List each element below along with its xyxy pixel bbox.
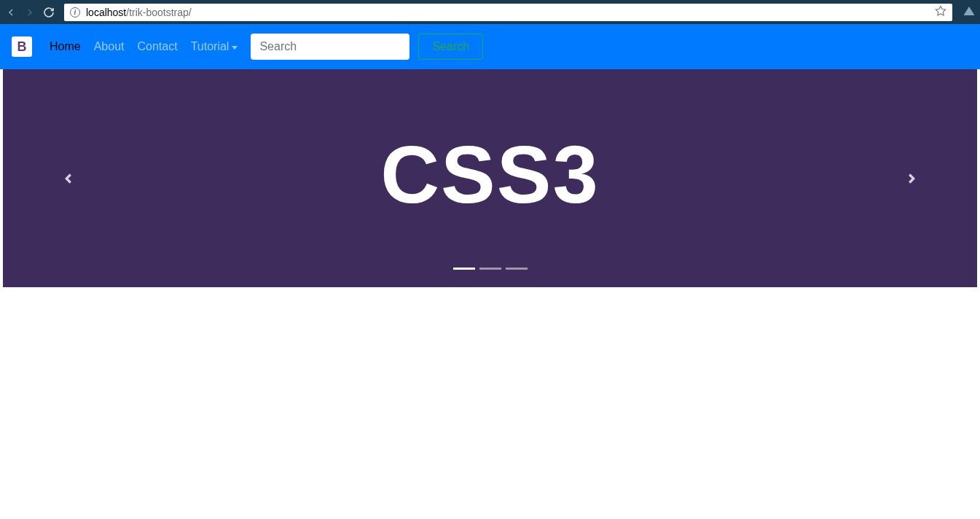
svg-marker-0 — [936, 6, 945, 15]
search-form: Search — [251, 34, 483, 60]
brand-logo[interactable]: B — [12, 36, 32, 57]
nav-tutorial-label: Tutorial — [191, 40, 230, 53]
nav-tutorial-dropdown[interactable]: Tutorial — [191, 40, 238, 53]
nav-about[interactable]: About — [94, 40, 125, 53]
browser-forward-button[interactable] — [23, 6, 36, 19]
carousel-next-button[interactable] — [897, 164, 926, 193]
bookmark-star-icon[interactable] — [935, 5, 946, 20]
svg-marker-1 — [964, 7, 975, 15]
browser-toolbar: i localhost/trik-bootstrap/ — [0, 0, 980, 24]
url-path: /trik-bootstrap/ — [126, 7, 191, 18]
nav-contact[interactable]: Contact — [138, 40, 178, 53]
carousel-indicator-1[interactable] — [453, 268, 475, 270]
navbar: B Home About Contact Tutorial Search — [0, 24, 980, 69]
carousel-slide-text: CSS3 — [380, 134, 600, 216]
carousel-indicator-3[interactable] — [506, 268, 528, 270]
search-input[interactable] — [251, 34, 409, 60]
site-info-icon[interactable]: i — [70, 7, 80, 17]
browser-reload-button[interactable] — [42, 6, 55, 19]
carousel-indicator-2[interactable] — [479, 268, 501, 270]
search-button[interactable]: Search — [418, 34, 483, 60]
url-host: localhost — [86, 7, 126, 18]
nav-home[interactable]: Home — [50, 40, 81, 53]
url-bar[interactable]: i localhost/trik-bootstrap/ — [64, 4, 952, 21]
carousel: CSS3 — [3, 69, 977, 287]
extension-icon[interactable] — [963, 4, 976, 20]
carousel-prev-button[interactable] — [54, 164, 83, 193]
browser-back-button[interactable] — [4, 6, 17, 19]
caret-down-icon — [232, 46, 238, 50]
carousel-indicators — [453, 268, 528, 270]
nav-links: Home About Contact Tutorial — [50, 40, 238, 53]
url-text: localhost/trik-bootstrap/ — [86, 7, 192, 18]
